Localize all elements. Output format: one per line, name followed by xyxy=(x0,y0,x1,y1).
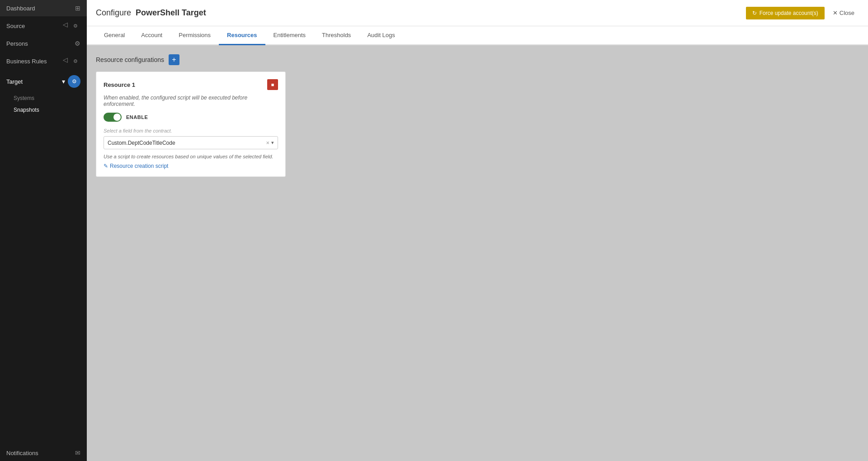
persons-settings-icon: ⚙ xyxy=(75,40,80,47)
field-select[interactable]: Custom.DeptCodeTitleCode × ▾ xyxy=(104,136,278,149)
plus-icon: + xyxy=(172,56,176,63)
tab-content: Resource configurations + Resource 1 ■ W… xyxy=(87,45,868,461)
target-name: PowerShell Target xyxy=(136,8,206,17)
field-placeholder-label: Select a field from the contract. xyxy=(104,128,278,133)
sidebar-subitem-snapshots-label: Snapshots xyxy=(14,107,39,113)
resource-title: Resource 1 xyxy=(104,81,135,88)
source-settings-icon[interactable]: ⚙ xyxy=(71,21,80,31)
sidebar-item-business-rules-label: Business Rules xyxy=(6,58,63,65)
clear-field-icon[interactable]: × xyxy=(266,139,269,146)
sidebar-item-dashboard-label: Dashboard xyxy=(6,5,75,12)
business-rules-chevron-icon: ◁ xyxy=(63,56,68,66)
sidebar-subitem-systems-label: Systems xyxy=(14,95,34,101)
close-button[interactable]: ✕ Close xyxy=(828,6,859,19)
header-actions: ↻ Force update account(s) ✕ Close xyxy=(746,6,859,19)
close-icon: ✕ xyxy=(833,10,838,16)
script-icon: ✎ xyxy=(104,163,108,169)
sidebar-item-target[interactable]: Target ▾ ⚙ xyxy=(0,71,87,92)
section-title: Resource configurations xyxy=(96,56,164,63)
page-title: Configure PowerShell Target xyxy=(96,8,206,18)
add-resource-button[interactable]: + xyxy=(169,54,179,65)
grid-icon: ⊞ xyxy=(75,5,80,12)
chevron-down-icon: ▾ xyxy=(271,140,274,146)
sidebar-item-source[interactable]: Source ◁ ⚙ xyxy=(0,16,87,35)
tab-general[interactable]: General xyxy=(96,26,133,45)
refresh-icon: ↻ xyxy=(752,10,757,16)
field-select-actions: × ▾ xyxy=(266,139,274,146)
main-content: Configure PowerShell Target ↻ Force upda… xyxy=(87,0,868,461)
sidebar-item-notifications[interactable]: Notifications ✉ xyxy=(0,445,87,461)
resource-creation-script-button[interactable]: ✎ Resource creation script xyxy=(104,163,168,169)
sidebar: Dashboard ⊞ Source ◁ ⚙ Persons ⚙ Busines… xyxy=(0,0,87,461)
script-description: Use a script to create resources based o… xyxy=(104,154,278,159)
enable-toggle[interactable] xyxy=(104,113,122,122)
field-select-value: Custom.DeptCodeTitleCode xyxy=(108,140,266,146)
mail-icon: ✉ xyxy=(75,449,80,456)
page-header: Configure PowerShell Target ↻ Force upda… xyxy=(87,0,868,26)
section-header: Resource configurations + xyxy=(96,54,859,65)
target-settings-btn[interactable]: ⚙ xyxy=(68,75,80,88)
force-update-label: Force update account(s) xyxy=(760,10,818,16)
sidebar-item-persons[interactable]: Persons ⚙ xyxy=(0,35,87,52)
tab-account[interactable]: Account xyxy=(133,26,170,45)
business-rules-settings-icon[interactable]: ⚙ xyxy=(71,56,80,66)
chevron-left-icon: ◁ xyxy=(63,21,68,31)
sidebar-item-notifications-label: Notifications xyxy=(6,450,75,456)
resource-card-1: Resource 1 ■ When enabled, the configure… xyxy=(96,71,286,177)
tab-bar: General Account Permissions Resources En… xyxy=(87,26,868,45)
close-label: Close xyxy=(840,10,854,16)
resource-card-header: Resource 1 ■ xyxy=(104,79,278,90)
force-update-button[interactable]: ↻ Force update account(s) xyxy=(746,7,825,19)
script-label: Resource creation script xyxy=(110,163,168,169)
delete-icon: ■ xyxy=(271,82,274,87)
sidebar-subitem-snapshots[interactable]: Snapshots xyxy=(0,104,87,116)
toggle-label: ENABLE xyxy=(126,114,148,120)
resource-description: When enabled, the configured script will… xyxy=(104,95,278,107)
sidebar-item-target-label: Target xyxy=(6,78,62,85)
configure-prefix: Configure xyxy=(96,8,131,17)
tab-thresholds[interactable]: Thresholds xyxy=(314,26,359,45)
sidebar-subitem-systems[interactable]: Systems xyxy=(0,92,87,104)
target-chevron-icon: ▾ xyxy=(62,78,65,85)
sidebar-item-business-rules[interactable]: Business Rules ◁ ⚙ xyxy=(0,52,87,71)
toggle-row: ENABLE xyxy=(104,113,278,122)
tab-permissions[interactable]: Permissions xyxy=(170,26,219,45)
tab-entitlements[interactable]: Entitlements xyxy=(265,26,314,45)
delete-resource-button[interactable]: ■ xyxy=(267,79,278,90)
tab-audit-logs[interactable]: Audit Logs xyxy=(359,26,403,45)
sidebar-item-persons-label: Persons xyxy=(6,40,75,47)
tab-resources[interactable]: Resources xyxy=(219,26,265,45)
sidebar-item-source-label: Source xyxy=(6,23,63,29)
sidebar-item-dashboard[interactable]: Dashboard ⊞ xyxy=(0,0,87,16)
